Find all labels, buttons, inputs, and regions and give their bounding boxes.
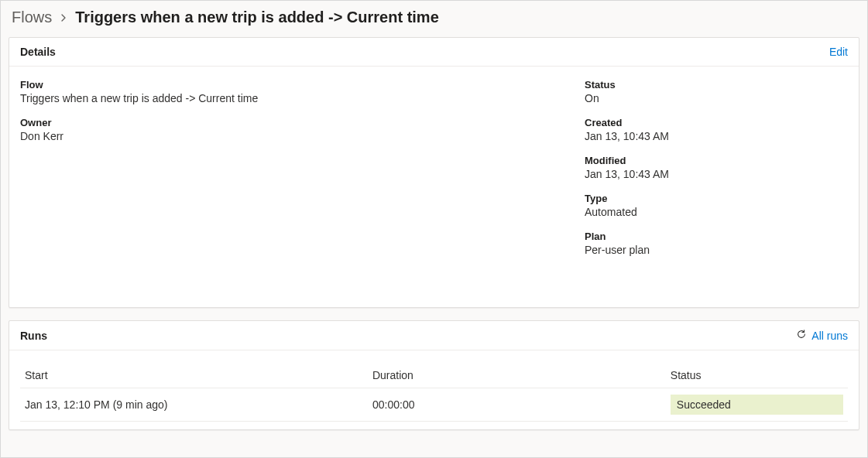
status-label: Status <box>585 79 848 91</box>
table-row[interactable]: Jan 13, 12:10 PM (9 min ago) 00:00:00 Su… <box>20 388 848 422</box>
modified-label: Modified <box>585 155 848 166</box>
owner-value: Don Kerr <box>20 130 554 142</box>
refresh-icon <box>796 329 807 342</box>
runs-card: Runs All runs Start Duration Status <box>9 320 859 430</box>
type-value: Automated <box>585 206 848 218</box>
col-start-header[interactable]: Start <box>20 363 368 388</box>
breadcrumb-root[interactable]: Flows <box>12 9 52 26</box>
flow-label: Flow <box>20 79 554 91</box>
run-start-cell: Jan 13, 12:10 PM (9 min ago) <box>20 388 368 422</box>
chevron-right-icon <box>60 12 67 24</box>
details-header: Details Edit <box>9 38 859 67</box>
breadcrumb: Flows Triggers when a new trip is added … <box>9 1 859 37</box>
runs-title: Runs <box>20 330 47 342</box>
runs-header-row: Start Duration Status <box>20 363 848 388</box>
all-runs-label: All runs <box>811 330 848 342</box>
all-runs-link[interactable]: All runs <box>796 329 848 342</box>
col-status-header[interactable]: Status <box>666 363 848 388</box>
details-card: Details Edit Flow Triggers when a new tr… <box>9 37 859 308</box>
modified-value: Jan 13, 10:43 AM <box>585 168 848 180</box>
plan-value: Per-user plan <box>585 244 848 256</box>
created-label: Created <box>585 117 848 128</box>
status-badge: Succeeded <box>671 395 843 415</box>
owner-label: Owner <box>20 117 554 128</box>
status-value: On <box>585 92 848 104</box>
col-duration-header[interactable]: Duration <box>368 363 666 388</box>
runs-header: Runs All runs <box>9 321 859 350</box>
type-label: Type <box>585 193 848 204</box>
details-title: Details <box>20 46 56 58</box>
plan-label: Plan <box>585 231 848 242</box>
runs-table: Start Duration Status Jan 13, 12:10 PM (… <box>20 363 848 422</box>
edit-link[interactable]: Edit <box>829 46 848 58</box>
breadcrumb-current: Triggers when a new trip is added -> Cur… <box>75 9 439 26</box>
run-duration-cell: 00:00:00 <box>368 388 666 422</box>
flow-value: Triggers when a new trip is added -> Cur… <box>20 92 554 104</box>
run-status-cell: Succeeded <box>666 388 848 422</box>
created-value: Jan 13, 10:43 AM <box>585 130 848 142</box>
